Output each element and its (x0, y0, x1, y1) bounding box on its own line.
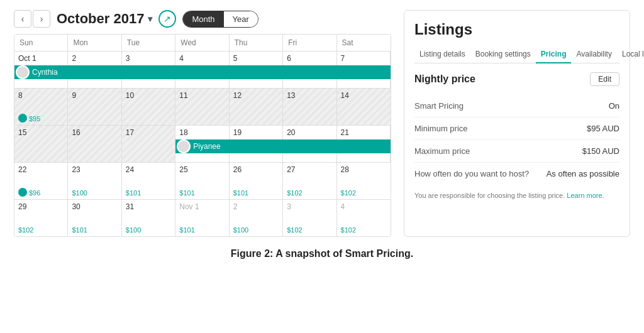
disclaimer: You are responsible for choosing the lis… (414, 191, 619, 200)
day-header-thu: Thu (230, 35, 283, 51)
tab-booking-settings[interactable]: Booking settings (470, 46, 536, 63)
month-year-label: October 2017 (57, 11, 144, 27)
detail-value: $95 AUD (587, 124, 619, 133)
calendar-day[interactable]: 31$100 (122, 200, 175, 236)
detail-value: As often as possible (547, 169, 619, 178)
tab-availability[interactable]: Availability (571, 46, 616, 63)
view-toggle: Month Year (182, 11, 258, 28)
tab-local-laws[interactable]: Local laws (617, 46, 644, 63)
year-view-button[interactable]: Year (224, 11, 258, 27)
trend-symbol: ↗ (164, 14, 171, 24)
calendar-day[interactable]: 9 (68, 89, 121, 125)
learn-more-link[interactable]: Learn more. (567, 192, 604, 199)
calendar-day[interactable]: 17 (122, 126, 175, 162)
tab-pricing[interactable]: Pricing (536, 46, 572, 63)
price-row: $101 (179, 225, 225, 234)
calendar-day[interactable]: 16 (68, 126, 121, 162)
day-number: 15 (18, 128, 64, 137)
day-number: 30 (72, 202, 117, 211)
calendar-day[interactable]: 25$101 (175, 163, 229, 199)
day-number: 4 (341, 202, 387, 211)
smart-pricing-icon (18, 188, 27, 197)
day-price: $100 (72, 189, 87, 197)
prev-month-button[interactable]: ‹ (14, 10, 31, 28)
dropdown-arrow-icon[interactable]: ▾ (148, 14, 152, 24)
calendar-header: ‹ › October 2017 ▾ ↗ Month Year (14, 10, 391, 28)
tab-listing-details[interactable]: Listing details (414, 46, 470, 63)
day-number: 12 (233, 91, 279, 100)
price-row: $102 (287, 188, 332, 197)
day-number: 2 (233, 202, 279, 211)
price-row: $100 (72, 188, 117, 197)
day-number: 17 (126, 128, 171, 137)
calendar-day[interactable]: 3$102 (283, 200, 336, 236)
day-price: $101 (179, 226, 194, 234)
calendar-header-row: Sun Mon Tue Wed Thu Fri Sat (14, 35, 391, 52)
calendar-week: 29$10230$10131$100Nov 1$1012$1003$1024$1… (14, 200, 391, 236)
calendar-day[interactable]: 23$100 (68, 163, 121, 199)
calendar-day[interactable]: Nov 1$101 (175, 200, 229, 236)
price-row: $101 (126, 188, 171, 197)
day-number: 20 (287, 128, 332, 137)
month-view-button[interactable]: Month (183, 11, 223, 27)
day-price: $101 (233, 189, 248, 197)
day-price: $101 (72, 226, 87, 234)
price-row: $100 (233, 225, 279, 234)
calendar-day[interactable]: 12 (230, 89, 283, 125)
day-number: Nov 1 (179, 202, 225, 211)
calendar-day[interactable]: 27$102 (283, 163, 336, 199)
price-row: $102 (287, 225, 332, 234)
day-number: 28 (341, 165, 387, 174)
calendar-day[interactable]: 29$102 (14, 200, 68, 236)
day-number: 29 (18, 202, 64, 211)
trend-icon: ↗ (158, 10, 176, 28)
detail-value: On (609, 101, 619, 111)
detail-row: Maximum price$150 AUD (414, 140, 619, 163)
calendar-day[interactable]: 14 (337, 89, 391, 125)
next-month-button[interactable]: › (33, 10, 50, 28)
booking-name: Piyanee (193, 142, 220, 151)
edit-button[interactable]: Edit (590, 72, 619, 86)
calendar-day[interactable]: 24$101 (122, 163, 175, 199)
day-header-sat: Sat (337, 35, 391, 51)
day-price: $101 (179, 189, 194, 197)
smart-pricing-icon (18, 114, 27, 123)
listings-panel: Listings Listing detailsBooking settings… (404, 10, 630, 237)
day-number: 3 (126, 54, 171, 63)
calendar-day[interactable]: 15 (14, 126, 68, 162)
day-number: 8 (18, 91, 64, 100)
calendar-day[interactable]: 10 (122, 89, 175, 125)
calendar-day[interactable]: 28$102 (337, 163, 391, 199)
calendar-day[interactable]: 8$95 (14, 89, 68, 125)
calendar-day[interactable]: 26$101 (230, 163, 283, 199)
calendar-day[interactable]: 2$100 (230, 200, 283, 236)
detail-label: Maximum price (414, 146, 470, 156)
booking-bar: Piyanee (175, 139, 391, 153)
day-number: 5 (233, 54, 279, 63)
calendar-week: 22$9623$10024$10125$10126$10127$10228$10… (14, 163, 391, 200)
day-price: $95 (29, 115, 40, 123)
calendar-day[interactable]: 4$102 (337, 200, 391, 236)
day-number: 3 (287, 202, 332, 211)
detail-row: Minimum price$95 AUD (414, 117, 619, 140)
day-number: 26 (233, 165, 279, 174)
day-header-tue: Tue (122, 35, 175, 51)
day-number: 6 (287, 54, 332, 63)
day-price: $102 (287, 226, 302, 234)
calendar-day[interactable]: 13 (283, 89, 336, 125)
calendar-week: 15161718192021Piyanee (14, 126, 391, 163)
calendar-day[interactable]: 11 (175, 89, 229, 125)
booking-bar: Cynthia (14, 65, 391, 79)
disclaimer-text: You are responsible for choosing the lis… (414, 192, 565, 199)
calendar-day[interactable]: 30$101 (68, 200, 121, 236)
day-price: $102 (341, 189, 356, 197)
listings-title: Listings (414, 21, 619, 38)
detail-row: How often do you want to host?As often a… (414, 163, 619, 185)
calendar-day[interactable]: 22$96 (14, 163, 68, 199)
day-number: 2 (72, 54, 117, 63)
day-number: 31 (126, 202, 171, 211)
day-number: 14 (341, 91, 387, 100)
day-price: $100 (233, 226, 248, 234)
booking-name: Cynthia (32, 68, 58, 77)
price-row: $101 (72, 225, 117, 234)
